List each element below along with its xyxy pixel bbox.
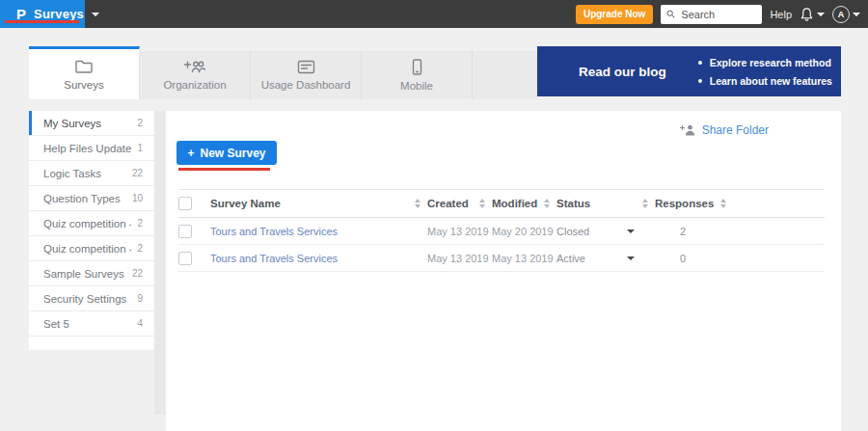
created-cell: May 13 2019 bbox=[415, 253, 479, 264]
sidebar-item-label: My Surveys bbox=[43, 118, 131, 129]
sidebar-item-set-5[interactable]: Set 5 4 bbox=[29, 311, 154, 337]
red-underline-annotation bbox=[5, 20, 79, 23]
table-row: Tours and Travels Services May 13 2019 M… bbox=[178, 218, 825, 245]
responses-cell: 2 bbox=[642, 226, 719, 237]
sidebar-item-sample-surveys[interactable]: Sample Surveys 22 bbox=[29, 261, 154, 286]
sidebar-item-count: 4 bbox=[137, 318, 143, 329]
sidebar-item-count: 2 bbox=[137, 243, 143, 254]
blog-bullet-text: Explore research method bbox=[710, 57, 831, 68]
sidebar-item-quiz-competition-1[interactable]: Quiz competition - ... 2 bbox=[29, 211, 154, 236]
mobile-icon bbox=[412, 59, 422, 75]
status-cell: Closed bbox=[544, 226, 642, 237]
sidebar-item-label: Help Files Update bbox=[43, 143, 131, 154]
modified-cell: May 13 2019 bbox=[479, 253, 544, 264]
folders-sidebar: My Surveys 2 Help Files Update 1 Logic T… bbox=[29, 111, 154, 350]
search-icon bbox=[666, 9, 675, 19]
brand-logo: P bbox=[16, 7, 26, 21]
tab-label: Usage Dashboard bbox=[261, 79, 351, 91]
tab-label: Organization bbox=[163, 79, 226, 91]
tab-strip: Surveys Organization Usage Dashboard bbox=[29, 46, 841, 99]
sort-icon[interactable] bbox=[720, 199, 726, 208]
search-input[interactable] bbox=[679, 8, 756, 21]
sidebar-item-my-surveys[interactable]: My Surveys 2 bbox=[29, 111, 154, 136]
sort-icon[interactable] bbox=[415, 199, 420, 208]
bell-icon bbox=[800, 7, 814, 22]
help-link[interactable]: Help bbox=[770, 9, 792, 20]
account-menu[interactable]: A bbox=[832, 6, 860, 23]
sidebar-item-logic-tasks[interactable]: Logic Tasks 22 bbox=[29, 161, 154, 186]
row-checkbox[interactable] bbox=[178, 252, 192, 265]
new-survey-button[interactable]: + New Survey bbox=[176, 141, 277, 165]
row-checkbox[interactable] bbox=[178, 225, 192, 238]
new-survey-label: New Survey bbox=[200, 147, 265, 160]
survey-name-link[interactable]: Tours and Travels Services bbox=[210, 253, 338, 264]
notifications-menu[interactable] bbox=[800, 7, 825, 22]
survey-name-cell: Tours and Travels Services bbox=[210, 253, 415, 264]
sidebar-item-question-types[interactable]: Question Types 10 bbox=[29, 186, 154, 211]
sidebar-item-count: 9 bbox=[137, 293, 143, 304]
blog-bullet-text: Learn about new features bbox=[710, 75, 832, 87]
chevron-down-icon bbox=[92, 13, 99, 16]
status-value: Closed bbox=[544, 226, 589, 237]
modified-cell: May 20 2019 bbox=[479, 226, 544, 237]
sidebar-item-help-files-update[interactable]: Help Files Update 1 bbox=[29, 136, 154, 161]
modified-date: May 13 2019 bbox=[479, 253, 554, 264]
status-dropdown-caret[interactable] bbox=[627, 256, 635, 260]
folder-icon bbox=[74, 59, 94, 74]
responses-count: 0 bbox=[642, 253, 686, 264]
select-all-checkbox[interactable] bbox=[178, 197, 192, 210]
sort-icon[interactable] bbox=[642, 199, 648, 208]
share-person-icon bbox=[680, 124, 695, 136]
column-label: Modified bbox=[492, 198, 537, 209]
blog-bullet-item: Explore research method bbox=[698, 57, 832, 68]
sort-icon[interactable] bbox=[479, 199, 485, 208]
upgrade-now-button[interactable]: Upgrade Now bbox=[576, 5, 653, 24]
tab-label: Surveys bbox=[64, 79, 104, 91]
organization-icon bbox=[184, 60, 205, 74]
brand-surveys-menu[interactable]: P Surveys bbox=[0, 0, 85, 28]
responses-count: 2 bbox=[642, 226, 686, 237]
sidebar-item-count: 10 bbox=[132, 193, 143, 203]
bullet-icon bbox=[698, 79, 702, 83]
blog-bullets: Explore research method Learn about new … bbox=[698, 57, 832, 87]
avatar: A bbox=[832, 6, 850, 23]
tab-usage-dashboard[interactable]: Usage Dashboard bbox=[251, 51, 362, 99]
modified-date: May 20 2019 bbox=[479, 226, 554, 237]
tab-surveys[interactable]: Surveys bbox=[29, 46, 140, 99]
column-label: Responses bbox=[655, 198, 714, 209]
tab-mobile[interactable]: Mobile bbox=[362, 51, 473, 99]
topbar: P Surveys Upgrade Now Help A bbox=[0, 0, 868, 28]
blog-bullet-item: Learn about new features bbox=[698, 75, 832, 87]
survey-name-link[interactable]: Tours and Travels Services bbox=[210, 226, 338, 237]
sidebar-item-label: Quiz competition - ... bbox=[43, 243, 131, 255]
status-value: Active bbox=[544, 253, 585, 264]
created-date: May 13 2019 bbox=[415, 226, 489, 237]
sidebar-item-count: 2 bbox=[137, 218, 143, 229]
sidebar-item-label: Security Settings bbox=[43, 293, 131, 305]
sidebar-item-count: 22 bbox=[132, 268, 143, 279]
status-cell: Active bbox=[544, 253, 642, 264]
tab-label: Mobile bbox=[400, 80, 433, 92]
sidebar-scrollbar[interactable] bbox=[154, 111, 166, 415]
header-survey-name: Survey Name bbox=[210, 198, 415, 209]
tab-organization[interactable]: Organization bbox=[140, 51, 251, 99]
share-folder-link[interactable]: Share Folder bbox=[680, 123, 769, 137]
sidebar-item-security-settings[interactable]: Security Settings 9 bbox=[29, 286, 154, 311]
search-box[interactable] bbox=[661, 5, 762, 24]
sort-icon[interactable] bbox=[544, 199, 550, 208]
status-dropdown-caret[interactable] bbox=[627, 229, 635, 233]
header-modified: Modified bbox=[479, 198, 544, 209]
sidebar-item-label: Sample Surveys bbox=[43, 268, 126, 280]
blog-title: Read our blog bbox=[579, 65, 666, 79]
red-underline-annotation bbox=[178, 168, 270, 171]
table-header-row: Survey Name Created Modified Status Resp… bbox=[178, 189, 825, 218]
tabs-wrap: Surveys Organization Usage Dashboard bbox=[29, 46, 537, 99]
header-checkbox-cell bbox=[178, 197, 210, 210]
row-checkbox-cell bbox=[178, 225, 210, 238]
sidebar-item-quiz-competition-2[interactable]: Quiz competition - ... 2 bbox=[29, 236, 154, 261]
bullet-icon bbox=[698, 61, 702, 65]
created-date: May 13 2019 bbox=[415, 253, 489, 264]
surveys-table: Survey Name Created Modified Status Resp… bbox=[178, 189, 825, 272]
header-created: Created bbox=[415, 198, 479, 209]
read-blog-panel[interactable]: Read our blog Explore research method Le… bbox=[537, 46, 841, 96]
